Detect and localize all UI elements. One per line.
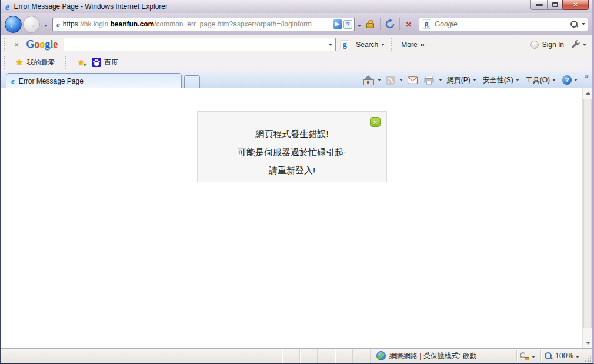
status-tool-dropdown[interactable] (529, 350, 538, 361)
error-line-2: 可能是伺服器過於忙碌引起· (198, 143, 386, 161)
status-segments (265, 349, 371, 363)
chevron-down-icon (381, 44, 385, 46)
close-button[interactable]: × (562, 0, 589, 10)
scroll-down-button[interactable] (583, 338, 593, 348)
chevron-down-icon (473, 79, 476, 81)
double-chevron-icon: » (421, 40, 425, 49)
error-line-1: 網頁程式發生錯誤! (198, 125, 386, 143)
toolbar-grip[interactable] (4, 38, 6, 51)
tab-error-message-page[interactable]: e Error Message Page (6, 73, 182, 88)
rss-icon (386, 76, 395, 85)
google-toolbar-right: Sign In (530, 40, 592, 49)
printer-icon (424, 76, 434, 85)
status-segment (335, 349, 353, 363)
sign-in-button[interactable]: Sign In (542, 41, 564, 49)
safety-menu-label: 安全性(S) (483, 75, 513, 85)
back-button[interactable]: ← (5, 16, 22, 33)
favorites-bar-item-baidu[interactable]: 百度 (104, 58, 118, 68)
url-text: https://hk.login.beanfun.com/common_err_… (63, 20, 333, 28)
home-button[interactable] (362, 75, 375, 85)
url-separator: :// (78, 20, 84, 28)
status-bar-right: 100% (513, 350, 592, 361)
help-button[interactable]: ? (560, 74, 579, 86)
favorites-star-icon[interactable]: ★ (15, 57, 23, 68)
maximize-button[interactable] (547, 0, 563, 10)
zoom-level[interactable]: 100% (555, 352, 573, 360)
toolbar-grip[interactable] (65, 56, 68, 69)
toolbar-plugin-icon[interactable] (333, 19, 342, 29)
vertical-scrollbar[interactable] (582, 88, 592, 348)
google-logo[interactable]: Google (26, 38, 58, 51)
back-icon: ← (9, 19, 18, 29)
minimize-button[interactable] (530, 0, 548, 10)
status-bar: 網際網路 | 受保護模式: 啟動 100% (1, 348, 592, 363)
ssl-lock-icon[interactable] (366, 23, 374, 28)
title-bar[interactable]: e Error Message Page - Windows Internet … (1, 0, 592, 13)
google-search-button[interactable]: g Search (336, 38, 389, 52)
chevron-down-icon (358, 25, 361, 27)
toolbar-grip[interactable] (4, 56, 6, 69)
browser-window: e Error Message Page - Windows Internet … (0, 0, 594, 364)
google-search-field-wrap (64, 38, 336, 51)
settings-wrench-icon[interactable] (571, 40, 580, 49)
page-menu-label: 網頁(P) (447, 75, 470, 85)
minimize-icon (536, 4, 543, 6)
google-search-history-dropdown[interactable] (325, 38, 335, 51)
question-badge-icon[interactable]: ? (343, 20, 352, 29)
print-dropdown-icon[interactable] (439, 79, 442, 81)
page-icon: e (56, 20, 60, 29)
browser-search-box[interactable]: g Google (419, 18, 588, 31)
search-button-label: Search (356, 41, 378, 49)
stop-button[interactable]: × (402, 19, 415, 29)
chevron-down-icon (44, 25, 48, 27)
print-button[interactable] (422, 75, 436, 86)
logo-letter: e (53, 38, 58, 50)
scroll-up-button[interactable] (583, 88, 593, 98)
logo-letter: g (45, 38, 50, 50)
home-dropdown-icon[interactable] (378, 79, 381, 81)
more-label: More (401, 41, 417, 49)
help-icon: ? (562, 75, 572, 85)
divider (399, 18, 400, 30)
feeds-dropdown-icon[interactable] (399, 79, 403, 81)
url-scheme: https (63, 20, 78, 28)
address-bar[interactable]: e https://hk.login.beanfun.com/common_er… (52, 18, 355, 31)
favorites-button[interactable]: 我的最愛 (26, 58, 55, 68)
zoom-magnifier-icon[interactable] (544, 352, 553, 360)
scrollbar-thumb[interactable] (583, 99, 592, 328)
chevron-down-icon[interactable] (583, 44, 586, 46)
protected-mode-tool-icon[interactable] (520, 352, 529, 360)
feeds-button[interactable] (384, 75, 396, 86)
page-menu-button[interactable]: 網頁(P) (445, 74, 478, 86)
more-button[interactable]: More » (397, 38, 429, 52)
recent-pages-dropdown[interactable] (43, 18, 49, 31)
favorites-bar: ★ 我的最愛 ★ 百度 (1, 54, 592, 71)
chevron-down-icon (552, 79, 556, 81)
toolbar-grip[interactable] (391, 38, 393, 51)
google-g-icon: g (340, 40, 349, 49)
home-icon (363, 76, 373, 84)
new-tab-button[interactable] (184, 75, 200, 88)
toolbar-close-button[interactable]: × (9, 40, 24, 49)
window-controls: × (531, 0, 589, 10)
tools-menu-button[interactable]: 工具(O) (524, 74, 558, 86)
search-dropdown-icon[interactable] (582, 23, 585, 25)
status-segment (282, 349, 300, 363)
search-icon[interactable] (570, 20, 578, 28)
zoom-dropdown[interactable] (573, 350, 582, 361)
google-search-input[interactable] (64, 38, 336, 51)
forward-button[interactable]: → (23, 16, 40, 33)
tab-label: Error Message Page (19, 77, 84, 85)
add-to-favorites-bar-icon[interactable]: ★ (77, 58, 85, 67)
chevron-down-icon (516, 79, 519, 81)
page-content: × 網頁程式發生錯誤! 可能是伺服器過於忙碌引起· 請重新登入! (1, 88, 592, 348)
zone-status-text: 網際網路 | 受保護模式: 啟動 (389, 351, 476, 361)
address-dropdown[interactable] (355, 16, 364, 32)
resize-grip[interactable] (585, 355, 592, 362)
read-mail-button[interactable] (406, 75, 419, 85)
error-line-3: 請重新登入! (198, 161, 386, 179)
safety-menu-button[interactable]: 安全性(S) (481, 74, 521, 86)
command-bar-overflow-button[interactable]: » (585, 72, 589, 80)
triangle-up-icon (586, 92, 590, 95)
refresh-button[interactable] (385, 19, 395, 29)
